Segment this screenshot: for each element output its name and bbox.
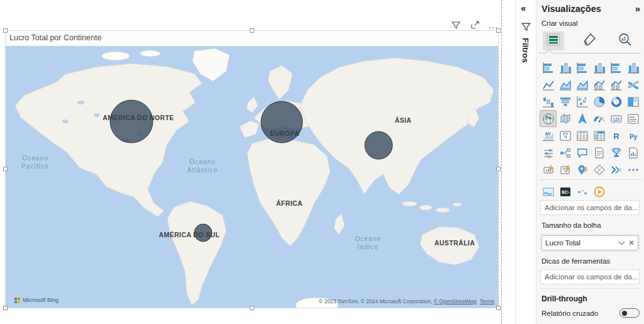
qa-visual-icon[interactable] (574, 144, 591, 161)
openstreetmap-link[interactable]: © OpenStreetMap (433, 298, 477, 304)
more-visuals-icon[interactable] (625, 161, 641, 178)
visual-title: Lucro Total por Continente (9, 33, 101, 42)
toggle-knob (622, 311, 627, 316)
analytics-magnifier-icon (618, 32, 633, 50)
continent-label: AMÉRICA DO SUL (159, 231, 220, 238)
shape-visual-icon[interactable] (591, 161, 608, 178)
image-custom-visual-icon[interactable] (540, 183, 557, 200)
more-options-icon[interactable]: ... (489, 22, 498, 28)
azure-map-icon[interactable] (574, 110, 591, 127)
map-copyright: © 2023 TomTom, © 2024 Microsoft Corporat… (319, 298, 494, 304)
card-icon[interactable]: 123 (608, 110, 625, 127)
azure-map-new-icon[interactable] (574, 161, 591, 178)
mini-custom-visual-icon[interactable] (574, 183, 591, 200)
decomposition-tree-icon[interactable] (557, 144, 574, 161)
clustered-bar-chart-icon[interactable] (574, 59, 591, 76)
button-slicer-icon[interactable] (557, 161, 574, 178)
tab-format-visual[interactable] (579, 31, 600, 50)
field-well-placeholder: Adicionar os campos de da... (545, 204, 638, 211)
tab-build-visual[interactable] (543, 31, 564, 50)
ocean-label: Oceano Atlântico (187, 158, 218, 174)
multi-row-card-icon[interactable] (625, 110, 641, 127)
metrics-icon[interactable] (608, 144, 625, 161)
area-chart-icon[interactable] (557, 76, 574, 93)
play-axis-custom-visual-icon[interactable] (591, 183, 608, 200)
resize-handle-bottom-middle[interactable] (250, 306, 254, 310)
filter-funnel-icon[interactable] (451, 20, 461, 30)
gauge-icon[interactable] (591, 110, 608, 127)
clustered-column-chart-icon[interactable] (591, 59, 608, 76)
ribbon-chart-icon[interactable] (625, 76, 641, 93)
resize-handle-top-middle[interactable] (250, 28, 254, 33)
table-icon[interactable] (574, 127, 591, 144)
resize-handle-right-middle[interactable] (496, 167, 501, 171)
100-stacked-bar-chart-icon[interactable] (608, 59, 625, 76)
section-divider (540, 288, 640, 289)
filled-map-icon[interactable] (557, 110, 574, 127)
resize-handle-bottom-right[interactable] (496, 306, 501, 310)
matrix-icon[interactable] (591, 127, 608, 144)
kpi-icon[interactable]: AV (540, 127, 557, 144)
terms-link[interactable]: Terms (480, 298, 494, 304)
bing-attribution-text: Microsoft Bing (23, 297, 58, 303)
focus-mode-icon[interactable] (470, 20, 480, 30)
copyright-text: © 2023 TomTom, © 2024 Microsoft Corporat… (319, 298, 433, 304)
format-paintbrush-icon (582, 32, 597, 50)
collapse-visualizations-icon[interactable]: » (635, 3, 640, 14)
map-icon[interactable] (540, 110, 557, 127)
field-well-placeholder: Adicionar os campos de da... (545, 273, 638, 281)
new-slicer-icon[interactable] (540, 144, 557, 161)
lucro-total-field-pill[interactable]: Lucro Total ✕ (541, 235, 638, 250)
bc-custom-visual-icon[interactable]: BC (557, 183, 574, 200)
stacked-bar-chart-icon[interactable] (540, 59, 557, 76)
tooltips-label: Dicas de ferramentas (541, 257, 610, 265)
smart-narrative-icon[interactable] (591, 144, 608, 161)
custom-visuals-row: BC (540, 179, 643, 200)
paginated-report-icon[interactable] (625, 144, 641, 161)
donut-chart-icon[interactable] (608, 93, 625, 110)
funnel-chart-icon[interactable] (557, 93, 574, 110)
stacked-column-chart-icon[interactable] (557, 59, 574, 76)
cross-report-toggle[interactable] (619, 308, 640, 318)
continent-label: ÁFRICA (276, 199, 303, 207)
filters-pane-title[interactable]: Filtros (521, 38, 530, 63)
map-bubble-ásia[interactable] (365, 131, 392, 159)
ocean-label: Oceano Pacifico (21, 154, 49, 170)
expand-filters-icon[interactable]: « (521, 3, 526, 13)
resize-handle-top-left[interactable] (3, 28, 8, 33)
tooltips-field-well[interactable]: Adicionar os campos de da... (540, 269, 640, 284)
visual-mode-tabs (539, 30, 640, 52)
scatter-chart-icon[interactable] (574, 93, 591, 110)
100-stacked-column-chart-icon[interactable] (625, 59, 641, 76)
pie-chart-icon[interactable] (591, 93, 608, 110)
python-visual-icon[interactable]: Py (625, 127, 641, 144)
resize-handle-left-middle[interactable] (3, 167, 8, 171)
slicer-icon[interactable] (557, 127, 574, 144)
line-stacked-column-chart-icon[interactable] (591, 76, 608, 93)
chevron-down-icon[interactable] (618, 239, 625, 245)
bing-map[interactable]: AMÉRICA DO NORTEEUROPAÁSIAÁFRICAAMÉRICA … (6, 46, 498, 308)
map-visual-container[interactable]: Lucro Total por Continente (5, 30, 499, 308)
svg-text:123: 123 (613, 116, 619, 121)
filters-pane-collapsed: « Filtros (515, 0, 536, 324)
tab-analytics[interactable] (614, 31, 636, 50)
build-visual-icon (546, 32, 561, 50)
remove-field-icon[interactable]: ✕ (628, 239, 635, 247)
line-chart-icon[interactable] (540, 76, 557, 93)
map-bubble-américa-do-norte[interactable] (110, 100, 153, 143)
stacked-area-chart-icon[interactable] (574, 76, 591, 93)
line-clustered-column-chart-icon[interactable] (608, 76, 625, 93)
world-map-svg (6, 46, 498, 308)
microsoft-logo-icon (14, 298, 20, 303)
power-automate-icon[interactable] (608, 161, 625, 178)
field-pill-label: Lucro Total (545, 239, 619, 247)
waterfall-chart-icon[interactable] (540, 93, 557, 110)
resize-handle-bottom-left[interactable] (3, 306, 8, 310)
continent-label: ÁSIA (395, 116, 412, 124)
resize-handle-top-right[interactable] (496, 28, 501, 33)
location-field-well[interactable]: Adicionar os campos de da... (540, 200, 640, 215)
treemap-icon[interactable] (625, 93, 641, 110)
visualizations-pane-title: Visualizações (541, 4, 601, 14)
new-card-icon[interactable]: 123 (540, 161, 557, 178)
r-script-visual-icon[interactable]: R (608, 127, 625, 144)
